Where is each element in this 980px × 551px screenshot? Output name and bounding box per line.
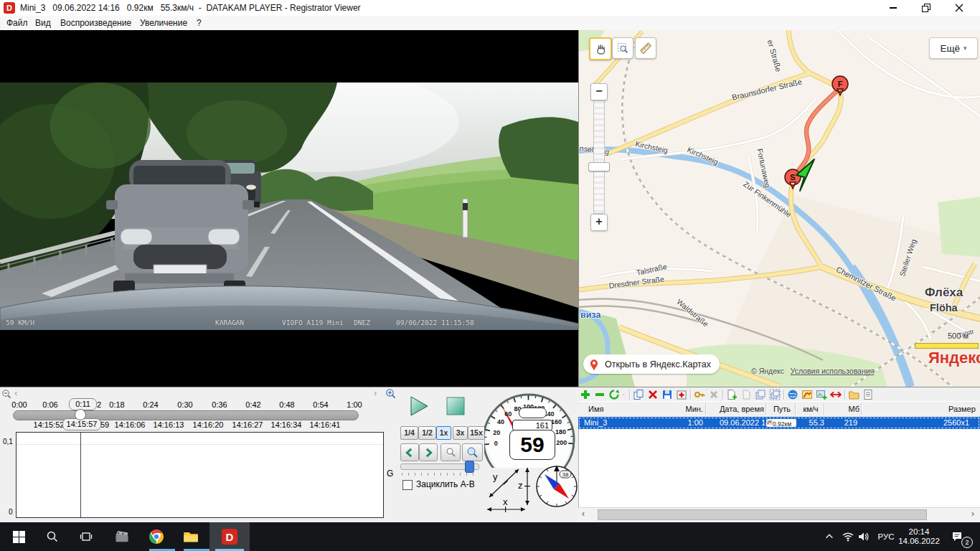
speed-3x-button[interactable]: 3x bbox=[453, 426, 468, 440]
filelist-toolbar bbox=[580, 388, 979, 401]
play-button[interactable] bbox=[407, 395, 430, 419]
transfer-icon[interactable] bbox=[830, 389, 842, 400]
map-zoom-thumb[interactable] bbox=[588, 162, 610, 171]
chrome-button[interactable] bbox=[148, 528, 165, 545]
menu-item-zoom[interactable]: Увеличение bbox=[140, 18, 187, 28]
file-row-selected[interactable]: Mini_3 1:00 09.06.2022 14:16 0.92км 55.3… bbox=[578, 417, 980, 429]
volume-slider-thumb[interactable] bbox=[465, 461, 474, 473]
map-zoom-out-button[interactable]: − bbox=[590, 83, 608, 100]
zoom-select-tool-button[interactable] bbox=[612, 37, 633, 59]
map-zoom-in-button[interactable]: + bbox=[590, 214, 608, 231]
speed-display: 59 bbox=[509, 430, 555, 460]
map-copyright: © Яндекс bbox=[751, 367, 784, 375]
next-frame-button[interactable] bbox=[419, 443, 438, 461]
windows-icon bbox=[13, 531, 25, 543]
timeline-zoom-in-button[interactable] bbox=[385, 388, 397, 402]
timeline-timestamp: 14:16:06 bbox=[111, 420, 149, 429]
terms-link[interactable]: Условия использования bbox=[791, 367, 875, 375]
timeline-slider-thumb[interactable] bbox=[75, 409, 86, 420]
snapshot-icon[interactable] bbox=[676, 389, 688, 400]
scroll-left-arrow[interactable]: ‹ bbox=[582, 509, 585, 519]
col-datetime[interactable]: Дата, время bbox=[714, 405, 764, 413]
more-button[interactable]: Ещё ▾ bbox=[929, 37, 978, 59]
volume-tray-icon[interactable] bbox=[855, 528, 872, 545]
video-zoom-in-button[interactable] bbox=[462, 443, 483, 461]
scroll-right-arrow[interactable]: › bbox=[971, 509, 974, 519]
open-in-yandex-label: Открыть в Яндекс.Картах bbox=[605, 359, 711, 369]
globe-icon[interactable] bbox=[787, 389, 799, 400]
save-icon[interactable] bbox=[661, 389, 674, 400]
pages-select-icon[interactable] bbox=[769, 389, 781, 400]
dot-icon bbox=[623, 389, 627, 400]
speed-quarter-button[interactable]: 1/4 bbox=[400, 426, 418, 440]
loop-ab-label: Зациклить A-B bbox=[416, 479, 475, 489]
tray-expand-button[interactable] bbox=[821, 528, 838, 545]
map-zoom-track[interactable] bbox=[593, 100, 605, 214]
taskbar-search-button[interactable] bbox=[44, 528, 61, 545]
video-viewport[interactable]: 59 KM/H KARAGAN VIOFO A119 Mini DNEZ 09/… bbox=[0, 30, 578, 387]
media-app-button[interactable] bbox=[113, 528, 131, 545]
compass-heading: 38 bbox=[562, 471, 569, 478]
menu-item-help[interactable]: ? bbox=[197, 18, 202, 28]
loop-ab-checkbox[interactable] bbox=[402, 480, 413, 490]
start-button[interactable] bbox=[10, 528, 27, 545]
pages-icon[interactable] bbox=[755, 389, 767, 400]
zoom-in-icon bbox=[466, 446, 479, 458]
speed-half-button[interactable]: 1/2 bbox=[418, 426, 436, 440]
image-add-icon[interactable] bbox=[816, 389, 828, 400]
scrollbar-thumb[interactable] bbox=[598, 509, 927, 520]
svg-text:D: D bbox=[226, 531, 234, 543]
col-name[interactable]: Имя bbox=[588, 405, 603, 413]
report-icon[interactable] bbox=[862, 389, 875, 400]
dashcam-frame bbox=[0, 83, 578, 330]
col-size[interactable]: Размер bbox=[948, 405, 979, 413]
menu-item-view[interactable]: Вид bbox=[35, 18, 51, 28]
language-indicator[interactable]: РУС bbox=[874, 528, 898, 545]
page-ghost-icon[interactable] bbox=[740, 389, 753, 400]
menu-item-playback[interactable]: Воспроизведение bbox=[60, 18, 131, 28]
speed-15x-button[interactable]: 15x bbox=[468, 426, 485, 440]
open-in-yandex-button[interactable]: Открыть в Яндекс.Картах bbox=[583, 354, 720, 374]
remove-icon[interactable] bbox=[594, 389, 606, 400]
ruler-tool-button[interactable] bbox=[635, 37, 656, 59]
folder-icon[interactable] bbox=[848, 389, 860, 400]
restore-button[interactable] bbox=[910, 0, 943, 16]
speaker-icon bbox=[857, 530, 870, 543]
menu-item-file[interactable]: Файл bbox=[6, 18, 28, 28]
wifi-tray-icon[interactable] bbox=[839, 528, 857, 545]
timeline-scroll-left[interactable]: ‹ bbox=[14, 388, 17, 398]
datakam-player-window: D Mini_3 09.06.2022 14:16 0.92км 55.3км/… bbox=[0, 0, 980, 551]
speed-1x-button[interactable]: 1x bbox=[436, 426, 451, 440]
task-view-button[interactable] bbox=[77, 528, 95, 545]
col-kmh[interactable]: км/ч bbox=[798, 405, 824, 413]
folder-icon bbox=[183, 529, 199, 545]
overlay-speed: 59 KM/H bbox=[6, 319, 34, 326]
datakam-taskbar-button[interactable]: D bbox=[221, 528, 238, 545]
pan-tool-button[interactable] bbox=[589, 37, 612, 60]
col-min[interactable]: Мин. bbox=[674, 405, 703, 413]
timeline-scroll-right[interactable]: › bbox=[374, 388, 377, 398]
col-mb[interactable]: Мб bbox=[832, 405, 859, 413]
toolbar-separator bbox=[844, 390, 846, 400]
key-icon[interactable] bbox=[694, 389, 706, 400]
taskbar-clock[interactable]: 20:14 14.06.2022 bbox=[895, 527, 943, 546]
stop-button[interactable] bbox=[446, 397, 465, 417]
volume-ticks bbox=[402, 473, 476, 476]
delete-icon[interactable] bbox=[647, 389, 659, 400]
map-panel[interactable]: S F er StraßeBraunsdorfer StraßeKirchste… bbox=[578, 30, 980, 387]
col-path[interactable]: Путь bbox=[769, 405, 795, 413]
filelist-hscrollbar[interactable]: ‹ › bbox=[578, 507, 980, 521]
timeline-timestamp: 14:16:20 bbox=[189, 420, 227, 429]
copy-icon[interactable] bbox=[633, 389, 645, 400]
file-explorer-button[interactable] bbox=[182, 528, 199, 545]
refresh-icon[interactable] bbox=[608, 389, 621, 400]
prev-frame-button[interactable] bbox=[400, 443, 419, 461]
map-route-icon[interactable] bbox=[801, 389, 814, 400]
minimize-button[interactable] bbox=[877, 0, 910, 16]
axis-x-label: x bbox=[503, 496, 508, 507]
video-zoom-out-button[interactable] bbox=[440, 443, 461, 461]
cut-icon[interactable] bbox=[708, 389, 720, 400]
add-icon[interactable] bbox=[580, 389, 592, 400]
page-add-icon[interactable] bbox=[726, 389, 738, 400]
close-button[interactable] bbox=[943, 0, 976, 16]
